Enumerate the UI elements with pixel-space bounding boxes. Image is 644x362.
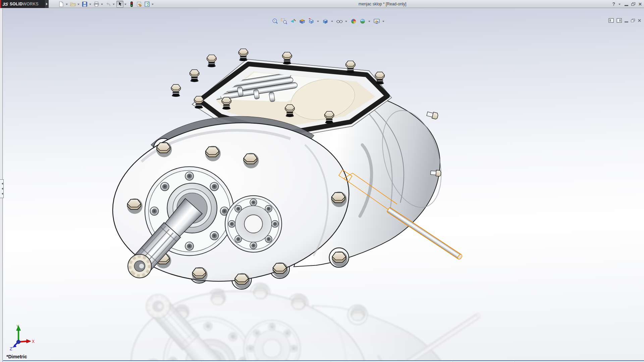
view-orientation-icon — [308, 18, 315, 24]
undo-button[interactable] — [105, 1, 112, 8]
secondary-flange[interactable] — [225, 196, 282, 252]
gearbox-assembly[interactable] — [104, 49, 463, 295]
open-folder-icon — [70, 1, 76, 7]
edit-appearance-button[interactable] — [350, 18, 357, 24]
display-style-caret[interactable] — [331, 21, 333, 23]
traffic-light-icon — [129, 1, 135, 7]
zoom-to-fit-button[interactable] — [271, 18, 279, 24]
open-dropdown-caret[interactable] — [77, 4, 79, 6]
print-button[interactable] — [93, 1, 100, 8]
collapse-right-pane-icon[interactable] — [616, 18, 622, 23]
x-axis-label: X — [32, 339, 35, 344]
model-reflection — [122, 278, 481, 362]
new-document-icon — [58, 1, 64, 7]
view-settings-button[interactable] — [373, 18, 380, 24]
restore-button[interactable] — [631, 2, 635, 6]
options-dropdown-caret[interactable] — [152, 4, 154, 6]
select-tool-button[interactable] — [116, 1, 123, 8]
window-controls: ? ✕ — [612, 0, 642, 8]
previous-view-icon — [290, 18, 297, 24]
display-style-icon — [322, 18, 329, 24]
logo-works: WORKS — [23, 2, 39, 6]
collapse-left-pane-icon[interactable] — [608, 18, 614, 23]
select-cursor-icon — [117, 1, 123, 7]
hide-show-items-caret[interactable] — [345, 21, 347, 23]
section-view-button[interactable] — [299, 18, 306, 24]
help-dropdown-caret[interactable] — [619, 4, 621, 6]
hide-show-items-button[interactable] — [336, 18, 343, 24]
traffic-light-button[interactable] — [128, 1, 135, 8]
appearance-ball-icon — [350, 18, 357, 24]
design-binder-icon — [137, 1, 142, 7]
zoom-to-area-button[interactable] — [280, 18, 288, 24]
main-toolbar — [58, 0, 155, 8]
gearbox-model[interactable] — [3, 8, 644, 362]
previous-view-button[interactable] — [289, 18, 297, 24]
drum-lug-bolt[interactable] — [426, 111, 438, 119]
view-orientation-label: *Dimetric — [6, 354, 27, 359]
graphics-viewport[interactable]: ✕ — [3, 8, 644, 362]
restore-document-button[interactable] — [631, 19, 635, 22]
minimize-button[interactable] — [625, 5, 628, 6]
z-axis-label: Z — [10, 347, 12, 351]
view-orientation-caret[interactable] — [317, 21, 319, 23]
select-dropdown-caret[interactable] — [124, 4, 126, 6]
design-binder-button[interactable] — [136, 1, 143, 8]
apply-scene-button[interactable] — [359, 18, 366, 24]
status-bar — [3, 360, 644, 362]
save-dropdown-caret[interactable] — [89, 4, 91, 6]
apply-scene-caret[interactable] — [368, 21, 370, 23]
open-document-button[interactable] — [69, 1, 76, 8]
section-view-icon — [299, 18, 306, 24]
headsup-view-toolbar — [271, 18, 385, 24]
close-document-button[interactable]: ✕ — [638, 18, 641, 23]
new-document-button[interactable] — [58, 1, 65, 8]
document-window-controls: ✕ — [608, 18, 641, 23]
logo-3s-mark: 3S — [2, 2, 8, 7]
triad-origin — [17, 340, 20, 344]
checklist-icon — [144, 1, 150, 7]
zoom-to-area-icon — [281, 18, 287, 24]
printer-icon — [94, 1, 99, 7]
document-title: menjac sklop * [Read-only] — [359, 0, 407, 8]
eyeglasses-icon — [336, 18, 343, 24]
logo-solid: SOLID — [10, 2, 23, 6]
new-dropdown-caret[interactable] — [66, 4, 68, 6]
view-settings-caret[interactable] — [382, 21, 384, 23]
display-style-button[interactable] — [322, 18, 329, 24]
solidworks-logo: 3S SOLIDWORKS — [0, 0, 45, 8]
undo-dropdown-caret[interactable] — [113, 4, 115, 6]
view-orientation-button[interactable] — [308, 18, 315, 24]
save-button[interactable] — [81, 1, 88, 8]
menu-expand-arrow[interactable] — [45, 0, 49, 8]
y-axis-label: Y — [16, 324, 19, 329]
zoom-to-fit-icon — [272, 18, 278, 24]
solidworks-window: 3S SOLIDWORKS — [0, 0, 644, 362]
logo-accent — [0, 0, 1, 8]
help-button[interactable]: ? — [612, 1, 615, 7]
x-axis-arrow — [26, 340, 31, 343]
print-dropdown-caret[interactable] — [101, 4, 103, 6]
minimize-document-button[interactable] — [625, 21, 628, 22]
scene-ball-icon — [359, 18, 366, 24]
view-settings-icon — [373, 18, 380, 24]
featuremanager-collapsed-tab[interactable] — [0, 179, 4, 198]
close-button[interactable]: ✕ — [638, 2, 642, 6]
save-floppy-icon — [82, 1, 88, 7]
undo-arrow-icon — [105, 1, 111, 7]
options-checklist-button[interactable] — [144, 1, 151, 8]
reference-triad: Y X Z — [7, 323, 35, 351]
titlebar: 3S SOLIDWORKS — [0, 0, 644, 8]
